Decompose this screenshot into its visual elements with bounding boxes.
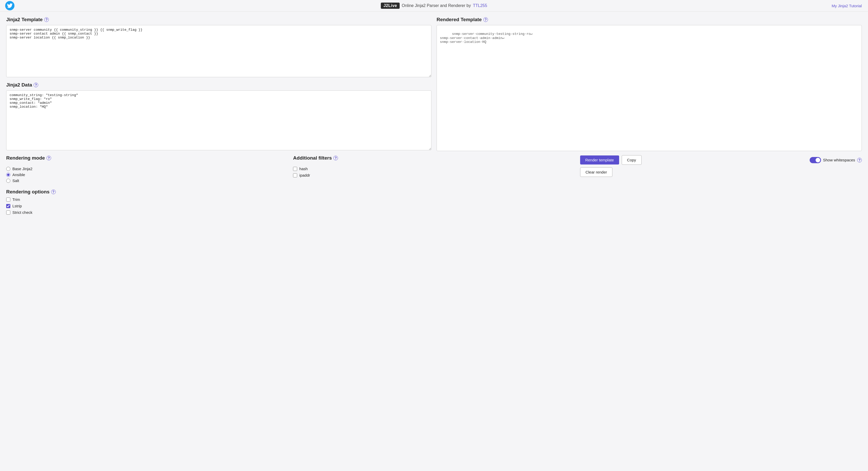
- checkbox-trim[interactable]: Trim: [6, 197, 288, 202]
- rendering-mode-title: Rendering mode ?: [6, 155, 288, 161]
- rendering-mode-help-icon[interactable]: ?: [46, 156, 51, 160]
- template-title: Jinja2 Template ?: [6, 17, 431, 23]
- render-template-button[interactable]: Render template: [580, 155, 619, 164]
- header-center: J2Live Online Jinja2 Parser and Renderer…: [381, 3, 487, 9]
- main-content: Jinja2 Template ? snmp-server community …: [0, 11, 868, 151]
- brand-badge: J2Live: [381, 3, 400, 9]
- render-top-row: Render template Copy Show whitespaces ?: [580, 155, 862, 165]
- checkbox-lstrip[interactable]: Lstrip: [6, 204, 288, 208]
- radio-base-jinja2[interactable]: Base Jinja2: [6, 166, 288, 171]
- clear-render-button[interactable]: Clear render: [580, 167, 612, 177]
- twitter-icon: [5, 1, 14, 10]
- rendered-line1: snmp-server·community·testing-string·ro↵…: [440, 32, 533, 44]
- rendering-mode-section: Rendering mode ? Base Jinja2 Ansible Sal…: [6, 155, 288, 215]
- data-section: Jinja2 Data ? community_string: "testing…: [6, 82, 431, 151]
- checkbox-lstrip-input[interactable]: [6, 204, 10, 208]
- radio-salt-input[interactable]: [6, 179, 10, 183]
- show-whitespace-help-icon[interactable]: ?: [857, 158, 862, 162]
- author-link[interactable]: TTL255: [473, 3, 487, 8]
- toggle-slider: [810, 157, 821, 163]
- radio-salt[interactable]: Salt: [6, 179, 288, 183]
- data-title: Jinja2 Data ?: [6, 82, 431, 88]
- rendering-options-section: Rendering options ? Trim Lstrip Strict c…: [6, 186, 288, 215]
- show-whitespace-label: Show whitespaces: [823, 158, 855, 162]
- rendered-output: snmp-server·community·testing-string·ro↵…: [437, 25, 862, 151]
- rendered-title: Rendered Template ?: [437, 17, 862, 23]
- show-whitespace-toggle[interactable]: [810, 157, 821, 163]
- rendering-options-checkboxes: Trim Lstrip Strict check: [6, 197, 288, 215]
- show-whitespace-row: Show whitespaces ?: [810, 157, 862, 163]
- radio-ansible[interactable]: Ansible: [6, 172, 288, 177]
- additional-filters-help-icon[interactable]: ?: [333, 156, 338, 160]
- checkbox-hash-input[interactable]: [293, 167, 297, 171]
- checkbox-strict[interactable]: Strict check: [6, 210, 288, 215]
- header-right: My Jinja2 Tutorial: [832, 4, 862, 8]
- checkbox-hash[interactable]: hash: [293, 166, 575, 171]
- rendering-options-help-icon[interactable]: ?: [51, 190, 56, 194]
- template-section: Jinja2 Template ? snmp-server community …: [6, 17, 431, 78]
- app-header: J2Live Online Jinja2 Parser and Renderer…: [0, 0, 868, 11]
- bottom-section: Rendering mode ? Base Jinja2 Ansible Sal…: [0, 151, 868, 221]
- rendered-help-icon[interactable]: ?: [483, 17, 488, 22]
- right-panel: Rendered Template ? snmp-server·communit…: [437, 17, 862, 151]
- checkbox-strict-input[interactable]: [6, 211, 10, 215]
- header-tagline: Online Jinja2 Parser and Renderer by: [402, 3, 471, 8]
- additional-filters-section: Additional filters ? hash ipaddr: [293, 155, 575, 178]
- template-help-icon[interactable]: ?: [44, 17, 49, 22]
- rendering-mode-radio-group: Base Jinja2 Ansible Salt: [6, 166, 288, 183]
- additional-filters-title: Additional filters ?: [293, 155, 575, 161]
- render-right-area: Render template Copy Show whitespaces ? …: [580, 155, 862, 177]
- data-help-icon[interactable]: ?: [34, 83, 38, 87]
- checkbox-ipaddr[interactable]: ipaddr: [293, 173, 575, 178]
- data-textarea[interactable]: community_string: "testing-string" snmp_…: [6, 90, 431, 150]
- nav-tutorial-link[interactable]: My Jinja2 Tutorial: [832, 4, 862, 8]
- logo-area: [5, 1, 14, 10]
- checkbox-ipaddr-input[interactable]: [293, 173, 297, 178]
- left-panel: Jinja2 Template ? snmp-server community …: [6, 17, 431, 151]
- clear-render-row: Clear render: [580, 167, 862, 177]
- radio-base-jinja2-input[interactable]: [6, 167, 10, 171]
- rendering-options-title: Rendering options ?: [6, 189, 288, 195]
- radio-ansible-input[interactable]: [6, 173, 10, 177]
- copy-button[interactable]: Copy: [622, 155, 642, 165]
- template-textarea[interactable]: snmp-server community {{ community_strin…: [6, 25, 431, 77]
- filters-checkbox-group: hash ipaddr: [293, 166, 575, 178]
- checkbox-trim-input[interactable]: [6, 197, 10, 202]
